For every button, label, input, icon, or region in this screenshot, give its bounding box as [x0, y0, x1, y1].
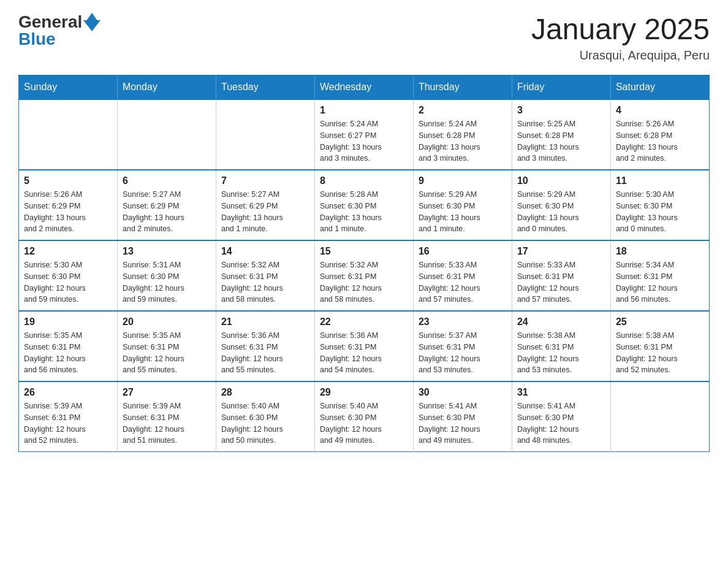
calendar-day-cell: 24Sunrise: 5:38 AMSunset: 6:31 PMDayligh… [512, 311, 610, 381]
day-number: 19 [24, 316, 112, 327]
day-info: Sunrise: 5:31 AMSunset: 6:30 PMDaylight:… [123, 259, 211, 305]
day-info: Sunrise: 5:41 AMSunset: 6:30 PMDaylight:… [419, 400, 507, 446]
day-info: Sunrise: 5:35 AMSunset: 6:31 PMDaylight:… [24, 330, 112, 376]
day-number: 29 [320, 387, 408, 398]
month-title: January 2025 [531, 12, 710, 46]
weekday-header-row: SundayMondayTuesdayWednesdayThursdayFrid… [19, 75, 710, 100]
title-section: January 2025 Urasqui, Arequipa, Peru [531, 12, 710, 63]
calendar-day-cell: 12Sunrise: 5:30 AMSunset: 6:30 PMDayligh… [19, 240, 118, 311]
calendar-table: SundayMondayTuesdayWednesdayThursdayFrid… [18, 75, 710, 452]
day-number: 17 [517, 246, 605, 257]
calendar-day-cell: 27Sunrise: 5:39 AMSunset: 6:31 PMDayligh… [117, 381, 216, 452]
calendar-day-cell: 5Sunrise: 5:26 AMSunset: 6:29 PMDaylight… [19, 170, 118, 240]
calendar-day-cell: 3Sunrise: 5:25 AMSunset: 6:28 PMDaylight… [512, 99, 610, 170]
day-info: Sunrise: 5:38 AMSunset: 6:31 PMDaylight:… [517, 330, 605, 376]
day-number: 28 [221, 387, 309, 398]
day-number: 20 [123, 316, 211, 327]
calendar-day-cell: 25Sunrise: 5:38 AMSunset: 6:31 PMDayligh… [610, 311, 709, 381]
calendar-week-row: 5Sunrise: 5:26 AMSunset: 6:29 PMDaylight… [19, 170, 710, 240]
day-info: Sunrise: 5:36 AMSunset: 6:31 PMDaylight:… [320, 330, 408, 376]
day-number: 31 [517, 387, 605, 398]
day-info: Sunrise: 5:30 AMSunset: 6:30 PMDaylight:… [616, 189, 704, 235]
calendar-day-cell: 31Sunrise: 5:41 AMSunset: 6:30 PMDayligh… [512, 381, 610, 452]
calendar-week-row: 26Sunrise: 5:39 AMSunset: 6:31 PMDayligh… [19, 381, 710, 452]
day-info: Sunrise: 5:32 AMSunset: 6:31 PMDaylight:… [320, 259, 408, 305]
day-number: 12 [24, 246, 112, 257]
calendar-day-cell: 6Sunrise: 5:27 AMSunset: 6:29 PMDaylight… [117, 170, 216, 240]
day-number: 24 [517, 316, 605, 327]
day-info: Sunrise: 5:26 AMSunset: 6:29 PMDaylight:… [24, 189, 112, 235]
day-number: 5 [24, 175, 112, 186]
day-number: 13 [123, 246, 211, 257]
weekday-header-friday: Friday [512, 75, 610, 100]
weekday-header-sunday: Sunday [19, 75, 118, 100]
day-info: Sunrise: 5:27 AMSunset: 6:29 PMDaylight:… [221, 189, 309, 235]
day-number: 22 [320, 316, 408, 327]
day-info: Sunrise: 5:27 AMSunset: 6:29 PMDaylight:… [123, 189, 211, 235]
calendar-day-cell: 10Sunrise: 5:29 AMSunset: 6:30 PMDayligh… [512, 170, 610, 240]
day-info: Sunrise: 5:32 AMSunset: 6:31 PMDaylight:… [221, 259, 309, 305]
weekday-header-tuesday: Tuesday [216, 75, 314, 100]
calendar-day-cell: 7Sunrise: 5:27 AMSunset: 6:29 PMDaylight… [216, 170, 314, 240]
day-info: Sunrise: 5:29 AMSunset: 6:30 PMDaylight:… [517, 189, 605, 235]
logo: General Blue [18, 12, 100, 49]
calendar-week-row: 1Sunrise: 5:24 AMSunset: 6:27 PMDaylight… [19, 99, 710, 170]
calendar-day-cell [117, 99, 216, 170]
day-number: 21 [221, 316, 309, 327]
day-number: 7 [221, 175, 309, 186]
calendar-day-cell: 9Sunrise: 5:29 AMSunset: 6:30 PMDaylight… [413, 170, 512, 240]
location-title: Urasqui, Arequipa, Peru [531, 48, 710, 63]
calendar-day-cell: 29Sunrise: 5:40 AMSunset: 6:30 PMDayligh… [314, 381, 413, 452]
weekday-header-wednesday: Wednesday [314, 75, 413, 100]
day-number: 10 [517, 175, 605, 186]
weekday-header-thursday: Thursday [413, 75, 512, 100]
day-info: Sunrise: 5:39 AMSunset: 6:31 PMDaylight:… [24, 400, 112, 446]
day-info: Sunrise: 5:35 AMSunset: 6:31 PMDaylight:… [123, 330, 211, 376]
calendar-day-cell: 20Sunrise: 5:35 AMSunset: 6:31 PMDayligh… [117, 311, 216, 381]
day-number: 3 [517, 105, 605, 116]
calendar-day-cell: 16Sunrise: 5:33 AMSunset: 6:31 PMDayligh… [413, 240, 512, 311]
calendar-day-cell: 2Sunrise: 5:24 AMSunset: 6:28 PMDaylight… [413, 99, 512, 170]
calendar-day-cell: 1Sunrise: 5:24 AMSunset: 6:27 PMDaylight… [314, 99, 413, 170]
calendar-day-cell: 4Sunrise: 5:26 AMSunset: 6:28 PMDaylight… [610, 99, 709, 170]
page-header: General Blue January 2025 Urasqui, Arequ… [18, 12, 710, 63]
day-number: 2 [419, 105, 507, 116]
calendar-day-cell: 26Sunrise: 5:39 AMSunset: 6:31 PMDayligh… [19, 381, 118, 452]
calendar-day-cell: 17Sunrise: 5:33 AMSunset: 6:31 PMDayligh… [512, 240, 610, 311]
calendar-day-cell: 14Sunrise: 5:32 AMSunset: 6:31 PMDayligh… [216, 240, 314, 311]
day-info: Sunrise: 5:37 AMSunset: 6:31 PMDaylight:… [419, 330, 507, 376]
day-number: 9 [419, 175, 507, 186]
day-info: Sunrise: 5:40 AMSunset: 6:30 PMDaylight:… [221, 400, 309, 446]
day-info: Sunrise: 5:39 AMSunset: 6:31 PMDaylight:… [123, 400, 211, 446]
calendar-body: 1Sunrise: 5:24 AMSunset: 6:27 PMDaylight… [19, 99, 710, 452]
calendar-day-cell [216, 99, 314, 170]
day-info: Sunrise: 5:38 AMSunset: 6:31 PMDaylight:… [616, 330, 704, 376]
calendar-day-cell: 15Sunrise: 5:32 AMSunset: 6:31 PMDayligh… [314, 240, 413, 311]
calendar-day-cell: 19Sunrise: 5:35 AMSunset: 6:31 PMDayligh… [19, 311, 118, 381]
day-number: 6 [123, 175, 211, 186]
weekday-header-saturday: Saturday [610, 75, 709, 100]
calendar-day-cell: 8Sunrise: 5:28 AMSunset: 6:30 PMDaylight… [314, 170, 413, 240]
day-info: Sunrise: 5:36 AMSunset: 6:31 PMDaylight:… [221, 330, 309, 376]
logo-blue-text: Blue [18, 29, 56, 49]
day-number: 18 [616, 246, 704, 257]
calendar-day-cell: 22Sunrise: 5:36 AMSunset: 6:31 PMDayligh… [314, 311, 413, 381]
day-info: Sunrise: 5:30 AMSunset: 6:30 PMDaylight:… [24, 259, 112, 305]
calendar-header: SundayMondayTuesdayWednesdayThursdayFrid… [19, 75, 710, 100]
calendar-day-cell: 11Sunrise: 5:30 AMSunset: 6:30 PMDayligh… [610, 170, 709, 240]
weekday-header-monday: Monday [117, 75, 216, 100]
calendar-day-cell [19, 99, 118, 170]
day-number: 11 [616, 175, 704, 186]
day-number: 15 [320, 246, 408, 257]
day-info: Sunrise: 5:25 AMSunset: 6:28 PMDaylight:… [517, 118, 605, 164]
calendar-week-row: 19Sunrise: 5:35 AMSunset: 6:31 PMDayligh… [19, 311, 710, 381]
calendar-day-cell: 13Sunrise: 5:31 AMSunset: 6:30 PMDayligh… [117, 240, 216, 311]
day-number: 25 [616, 316, 704, 327]
calendar-day-cell: 28Sunrise: 5:40 AMSunset: 6:30 PMDayligh… [216, 381, 314, 452]
calendar-day-cell: 21Sunrise: 5:36 AMSunset: 6:31 PMDayligh… [216, 311, 314, 381]
day-number: 30 [419, 387, 507, 398]
day-info: Sunrise: 5:33 AMSunset: 6:31 PMDaylight:… [419, 259, 507, 305]
day-info: Sunrise: 5:24 AMSunset: 6:28 PMDaylight:… [419, 118, 507, 164]
day-number: 1 [320, 105, 408, 116]
day-number: 26 [24, 387, 112, 398]
